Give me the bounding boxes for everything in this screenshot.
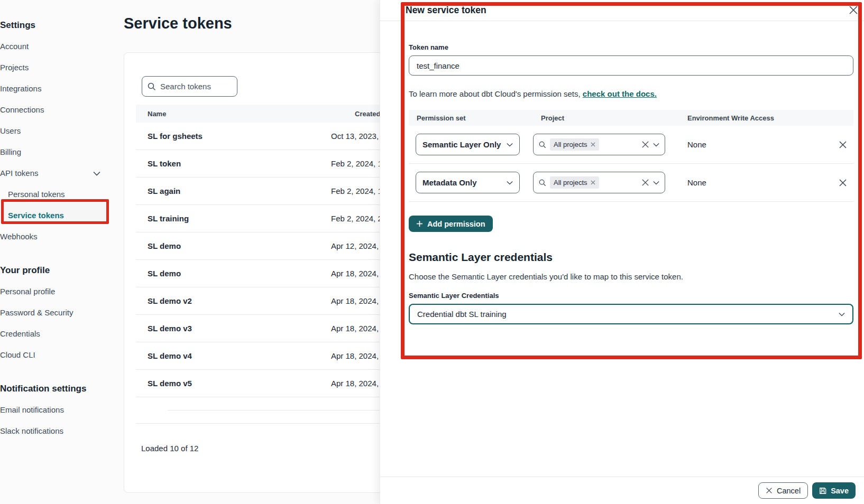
sidebar-item-personal-profile[interactable]: Personal profile [0,281,117,302]
semantic-layer-credentials-select[interactable]: Credential dbt SL training [409,304,853,324]
token-name-label: Token name [409,43,853,51]
token-name: SL demo [136,241,331,250]
new-service-token-drawer: New service token Token name To learn mo… [380,0,864,504]
permissions-table-header: Permission set Project Environment Write… [409,110,853,126]
sidebar-item-billing[interactable]: Billing [0,142,117,163]
permission-set-select[interactable]: Semantic Layer Only [416,134,520,155]
save-label: Save [831,487,849,495]
permission-set-value: Semantic Layer Only [422,140,501,149]
search-icon [539,141,546,148]
semantic-layer-credentials-heading: Semantic Layer credentials [409,251,853,264]
permission-set-select[interactable]: Metadata Only [416,172,520,193]
token-name: SL demo v3 [136,324,331,333]
chevron-down-icon [93,171,100,176]
column-header-permission-set: Permission set [409,114,533,122]
chevron-down-icon [653,143,659,147]
page-title: Service tokens [124,15,232,32]
add-permission-button[interactable]: Add permission [409,216,493,232]
docs-text: To learn more about dbt Cloud's permissi… [409,89,583,98]
column-header-project: Project [533,114,679,122]
sidebar-item-email-notifications[interactable]: Email notifications [0,399,117,421]
sidebar-item-webhooks[interactable]: Webhooks [0,226,117,247]
semantic-layer-credentials-description: Choose the Semantic Layer credentials yo… [409,272,853,281]
docs-link[interactable]: check out the docs. [583,89,657,98]
token-name-input[interactable] [409,55,853,76]
sidebar-item-credentials[interactable]: Credentials [0,323,117,344]
token-name: SL for gsheets [136,132,331,141]
drawer-body: Token name To learn more about dbt Cloud… [380,43,864,324]
sidebar-item-password-security[interactable]: Password & Security [0,302,117,323]
docs-helper-text: To learn more about dbt Cloud's permissi… [409,89,853,98]
sidebar-item-cloud-cli[interactable]: Cloud CLI [0,344,117,366]
token-name: SL demo v4 [136,351,331,360]
sidebar-item-account[interactable]: Account [0,36,117,57]
environment-write-access-value: None [679,140,832,149]
token-name: SL training [136,214,331,223]
permission-set-value: Metadata Only [422,178,477,187]
token-name: SL demo [136,269,331,278]
sidebar-item-service-tokens[interactable]: Service tokens [0,205,117,226]
sidebar-heading-your-profile: Your profile [0,260,117,281]
project-multiselect[interactable]: All projects [533,134,665,155]
cancel-button[interactable]: Cancel [758,482,808,499]
search-input[interactable] [160,82,224,91]
sidebar-item-personal-tokens[interactable]: Personal tokens [0,184,117,205]
sidebar-item-api-tokens[interactable]: API tokens [0,163,117,184]
save-button[interactable]: Save [812,482,856,499]
token-name: SL token [136,159,331,168]
sidebar-heading-notification-settings: Notification settings [0,378,117,399]
plus-icon [416,220,423,227]
add-permission-label: Add permission [427,220,485,228]
api-tokens-label: API tokens [0,163,39,184]
column-header-name: Name [136,110,331,118]
chevron-down-icon [507,181,513,185]
settings-sidebar: Settings Account Projects Integrations C… [0,0,117,504]
drawer-title: New service token [406,5,486,16]
permissions-table: Permission set Project Environment Write… [409,110,853,202]
semantic-layer-credentials-label: Semantic Layer Credentials [409,292,853,300]
clear-selection-icon[interactable] [641,141,649,148]
close-icon [766,487,773,494]
close-icon[interactable] [847,4,860,16]
clear-selection-icon[interactable] [641,179,649,186]
sidebar-item-projects[interactable]: Projects [0,57,117,78]
permission-row: Semantic Layer Only All projects [409,126,853,164]
chevron-down-icon [653,181,659,185]
project-multiselect[interactable]: All projects [533,172,665,193]
search-icon [148,82,156,91]
drawer-header: New service token [380,0,864,21]
project-chip: All projects [550,138,599,151]
cancel-label: Cancel [777,487,801,495]
credentials-selected-value: Credential dbt SL training [417,310,507,319]
remove-chip-icon[interactable] [591,142,595,147]
delete-permission-icon[interactable] [832,179,853,187]
search-icon [539,179,546,186]
sidebar-item-integrations[interactable]: Integrations [0,78,117,99]
project-chip-label: All projects [554,179,587,186]
sidebar-item-users[interactable]: Users [0,120,117,142]
token-name: SL demo v2 [136,296,331,305]
delete-permission-icon[interactable] [832,141,853,149]
token-name: SL demo v5 [136,379,331,388]
project-chip: All projects [550,176,599,189]
chevron-down-icon [507,143,513,147]
remove-chip-icon[interactable] [591,180,595,185]
token-name: SL again [136,186,331,195]
sidebar-item-slack-notifications[interactable]: Slack notifications [0,421,117,442]
permission-row: Metadata Only All projects [409,164,853,202]
chevron-down-icon [839,312,845,316]
save-disk-icon [819,487,826,494]
project-chip-label: All projects [554,141,587,148]
search-tokens-box[interactable] [142,76,237,97]
sidebar-item-connections[interactable]: Connections [0,99,117,120]
sidebar-heading-settings: Settings [0,15,117,36]
column-header-environment-write-access: Environment Write Access [679,114,832,122]
environment-write-access-value: None [679,178,832,187]
drawer-footer: Cancel Save [380,477,864,504]
